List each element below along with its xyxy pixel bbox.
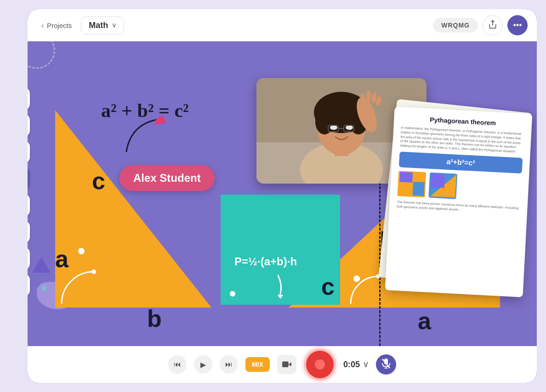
rectangle-tool[interactable]: ⬜ [28,247,30,270]
white-dot-right [353,275,360,282]
label-c: c [92,167,105,195]
doc-formula: a²+b²=c² [399,151,523,174]
rewind-button[interactable]: ⏮ [168,355,187,374]
timer-display: 0:05 ∨ [343,359,369,370]
record-button[interactable] [306,351,334,378]
document-front: Pythagorean theorem In mathematics, the … [385,106,533,297]
doc-images [397,171,522,202]
trapezoid-formula: P=½·(a+b)·h [234,255,297,268]
back-button[interactable]: ‹ Projects [37,18,76,33]
svg-rect-41 [430,174,445,188]
svg-point-27 [330,125,337,130]
mic-button[interactable] [376,354,396,375]
svg-rect-42 [282,361,289,367]
white-dot-left [78,248,85,254]
mic-icon [382,358,390,371]
mix-button[interactable]: MIX [245,357,270,372]
more-icon: ••• [513,21,522,30]
label-a-bottom: a [418,307,431,335]
target-tool[interactable] [28,167,30,190]
project-dropdown[interactable]: Math ∨ [81,17,124,34]
cyan-arrow [271,271,299,300]
share-icon [488,20,497,31]
chevron-left-icon: ‹ [41,21,44,30]
play-icon: ▶ [200,360,206,369]
doc-image-2 [428,173,457,199]
canvas-area: ☞ ✏ ◻ › ↩ ⬜ [28,41,537,346]
camera-button[interactable] [277,355,296,374]
record-indicator [315,359,325,370]
share-button[interactable] [483,15,503,35]
undo-button[interactable]: ↩ [28,220,30,243]
angle-arc-right [346,272,383,308]
svg-rect-39 [399,172,413,183]
svg-point-34 [366,90,371,102]
zoom-tool[interactable] [28,274,30,297]
forward-button[interactable]: ⏭ [220,355,238,374]
chevron-down-icon: ∨ [112,22,116,29]
doc-extra-text: The theorem has been proven numerous tim… [397,200,520,215]
deco-circle [28,41,55,69]
svg-point-28 [346,125,353,130]
doc-image-1 [397,171,426,197]
room-code[interactable]: WRQMG [433,18,478,33]
pencil-tool[interactable]: ✏ [28,114,30,137]
more-button[interactable]: ••• [507,15,528,35]
svg-marker-16 [278,295,283,298]
play-button[interactable]: ▶ [194,355,212,374]
angle-arc-left [57,267,98,308]
camera-icon [282,359,292,370]
project-name: Math [89,21,108,30]
main-container: ‹ Projects Math ∨ WRQMG ••• ☞ ✏ [28,9,537,383]
back-label: Projects [47,22,72,29]
top-bar: ‹ Projects Math ∨ WRQMG ••• [28,9,537,41]
doc-body-text: In mathematics, the Pythagorean theorem,… [400,125,524,154]
arrow-annotation [117,110,182,167]
pointer-tool[interactable]: ☞ [28,87,30,110]
left-toolbar: ☞ ✏ ◻ › ↩ ⬜ [28,87,30,297]
deco-purple-triangle [32,257,51,273]
chevron-down-icon[interactable]: ∨ [363,359,369,370]
forward-icon: ⏭ [225,360,233,369]
arrow-right-tool[interactable]: › [28,194,30,217]
eraser-tool[interactable]: ◻ [28,140,30,163]
rewind-icon: ⏮ [174,360,181,369]
white-dot-cyan [230,291,235,297]
student-label: Alex Student [119,165,215,191]
svg-point-25 [315,109,334,134]
bottom-toolbar: ⏮ ▶ ⏭ MIX 0:05 ∨ [28,346,537,383]
label-c-right: c [321,273,335,300]
svg-rect-38 [412,182,425,196]
svg-point-15 [91,269,96,274]
label-b: b [147,305,162,332]
